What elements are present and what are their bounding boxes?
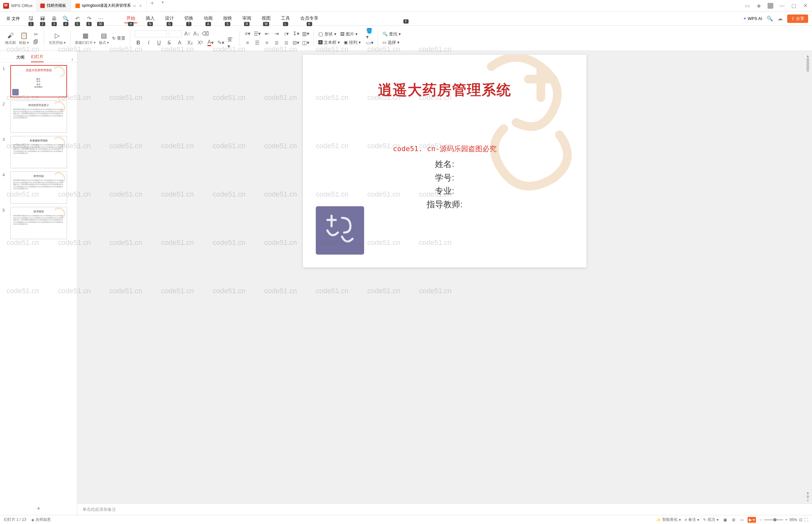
menu-tab-n[interactable]: 插入N xyxy=(144,14,156,23)
notes-bar[interactable]: 单击此处添加备注 xyxy=(77,503,812,515)
image-button[interactable]: 🖼图片 ▾ xyxy=(340,31,358,37)
align-dist-button[interactable]: ≣ xyxy=(283,39,290,46)
shadow-button[interactable]: A xyxy=(176,39,183,46)
line-spacing-button[interactable]: ↕▾ xyxy=(283,30,290,37)
slide-canvas[interactable]: 逍遥大药房管理系统 code51. cn-源码乐园盗图必究 姓名: 学号: 专业… xyxy=(303,55,586,267)
menu-tab-g[interactable]: 设计G xyxy=(163,14,176,23)
qat-undo-button[interactable]: ↶5 xyxy=(73,14,82,23)
slide-thumbnail[interactable]: 研究的背景及意义研究背景内容描述文本占位内容描述文本占位内容描述文本占位内容描述… xyxy=(10,100,67,133)
clear-format-button[interactable]: ⌫ xyxy=(202,30,209,37)
underline-button[interactable]: U xyxy=(155,39,162,46)
phonetic-button[interactable]: 変▾ xyxy=(228,39,235,46)
menu-tab-k[interactable]: 会员专享K xyxy=(298,14,320,23)
shape-button[interactable]: ◯形状 ▾ xyxy=(318,31,336,37)
strike-button[interactable]: S̶ xyxy=(166,39,173,46)
columns-button[interactable]: ▥▾ xyxy=(302,30,309,37)
slide-thumbnail[interactable]: 研究内容研究背景内容描述文本占位内容描述文本占位内容描述文本占位内容描述文本占位… xyxy=(10,171,67,204)
wps-ai-button[interactable]: ✦ WPS AI xyxy=(743,16,762,21)
close-icon[interactable]: × xyxy=(139,3,142,9)
decrease-font-button[interactable]: A↓ xyxy=(193,30,200,37)
zoom-slider[interactable] xyxy=(764,519,783,521)
normal-view-button[interactable]: ▣ xyxy=(723,517,728,523)
paste-button[interactable]: 📋 粘贴 ▾ xyxy=(19,31,29,45)
textbox-button[interactable]: 🅰文本框 ▾ xyxy=(318,39,340,46)
menu-tab-r[interactable]: 审阅R xyxy=(241,14,253,23)
tab-menu-icon[interactable]: ▭ xyxy=(133,3,136,8)
superscript-button[interactable]: X² xyxy=(197,39,204,46)
align-left-button[interactable]: ≡ xyxy=(244,39,251,46)
font-size-select[interactable] xyxy=(169,30,182,37)
bullet-list-button[interactable]: ≡▾ xyxy=(244,30,251,37)
layout-button[interactable]: ▤ 版式 ▾ xyxy=(99,31,109,45)
outline-button[interactable]: ▭▾ xyxy=(366,39,373,46)
search-icon[interactable]: 🔍 xyxy=(766,15,773,21)
notes-toggle[interactable]: ≡备注 ▾ xyxy=(685,517,699,522)
minimize-button[interactable]: — xyxy=(779,3,785,9)
indent-inc-button[interactable]: ⇥ xyxy=(273,30,280,37)
share-button[interactable]: ⇪ 分享 xyxy=(787,15,808,23)
qat-redo-button[interactable]: ↷6 xyxy=(84,14,94,23)
slideshow-button[interactable]: ▶ ▾ xyxy=(748,517,756,523)
zoom-level[interactable]: 95% xyxy=(790,518,797,522)
zoom-out-button[interactable]: − xyxy=(760,518,762,522)
outline-tab[interactable]: 大纲 xyxy=(16,54,24,62)
format-brush-button[interactable]: 🖌 格式刷 xyxy=(5,31,16,45)
number-list-button[interactable]: ☰▾ xyxy=(253,30,261,37)
find-button[interactable]: 🔍查找 ▾ xyxy=(382,31,401,37)
align-right-button[interactable]: ≡ xyxy=(263,39,270,46)
file-menu[interactable]: ☰ 文件 F xyxy=(4,15,22,23)
align-center-button[interactable]: ☰ xyxy=(253,39,261,46)
italic-button[interactable]: I xyxy=(145,39,152,46)
window-snap-icon[interactable]: ▭ xyxy=(744,3,750,9)
valign-button[interactable]: ⊟▾ xyxy=(292,39,299,46)
menu-tab-a[interactable]: 动画A xyxy=(202,14,215,23)
arrange-button[interactable]: ▣排列 ▾ xyxy=(344,39,361,46)
tab-document[interactable]: springboot逍遥大药房管理系 ▭ × xyxy=(71,0,147,11)
slide-thumbnail[interactable]: 技术路线研究背景内容描述文本占位内容描述文本占位内容描述文本占位内容描述文本占位… xyxy=(10,207,67,239)
tab-menu-button[interactable]: ▾ xyxy=(158,0,168,11)
text-direction-button[interactable]: ↧▾ xyxy=(292,30,299,37)
subscript-button[interactable]: X₂ xyxy=(186,39,193,46)
fit-button[interactable]: ⊡ xyxy=(799,518,802,522)
qat-save-button[interactable]: 🖫1 xyxy=(27,14,35,23)
from-current-button[interactable]: ▷ 当页开始 ▾ xyxy=(49,31,66,45)
slide-thumbnail[interactable]: 逍遥大药房管理系统姓名:学号:专业:指导教师: xyxy=(10,65,67,97)
slide-thumbnail[interactable]: 本课题研究现状研究背景内容描述文本占位内容描述文本占位内容描述文本占位内容描述文… xyxy=(10,136,67,168)
qat-preview-button[interactable]: 🔍4 xyxy=(61,14,70,23)
menu-tab-t[interactable]: 切换T xyxy=(182,14,195,23)
collapse-panel-button[interactable]: ‹ xyxy=(71,56,73,62)
fill-color-button[interactable]: 🪣▾ xyxy=(366,30,373,37)
user-avatar[interactable] xyxy=(767,3,773,9)
theme-indicator[interactable]: ◈ 吉祥如意 xyxy=(31,517,51,522)
cloud-icon[interactable]: ☁ xyxy=(778,15,783,21)
menu-tab-l[interactable]: 工具L xyxy=(279,14,292,23)
qat-print-button[interactable]: 🖶3 xyxy=(50,14,59,23)
menu-tab-s[interactable]: 放映S xyxy=(221,14,234,23)
beautify-button[interactable]: ✨智能美化 ▾ xyxy=(656,517,681,522)
slides-tab[interactable]: 幻灯片 xyxy=(31,54,44,62)
maximize-button[interactable]: ▢ xyxy=(791,3,797,9)
scroll-thumb[interactable] xyxy=(807,58,809,72)
qat-customize-button[interactable]: ⋯00 xyxy=(96,14,105,23)
tab-template[interactable]: 找稻壳模板 xyxy=(36,0,71,11)
fullscreen-button[interactable]: ⛶ xyxy=(804,518,808,522)
reading-view-button[interactable]: ▭ xyxy=(739,517,745,523)
font-color-button[interactable]: A▾ xyxy=(207,39,214,46)
menu-tab-h[interactable]: 开始H xyxy=(125,14,137,23)
font-family-select[interactable] xyxy=(135,30,167,37)
sorter-view-button[interactable]: ⊞ xyxy=(731,517,736,523)
comment-toggle[interactable]: ✎批注 ▾ xyxy=(703,517,718,522)
menu-tab-w[interactable]: 视图W xyxy=(260,14,272,23)
increase-font-button[interactable]: A↑ xyxy=(184,30,191,37)
bold-button[interactable]: B xyxy=(135,39,142,46)
zoom-in-button[interactable]: + xyxy=(785,518,788,522)
cut-button[interactable]: ✂ xyxy=(32,31,39,38)
vertical-scrollbar[interactable]: ▲ ▼⦿± xyxy=(806,54,810,502)
page-indicator[interactable]: 幻灯片 1 / 13 xyxy=(4,517,26,522)
new-slide-button[interactable]: ▦ 新建幻灯片 ▾ xyxy=(75,31,96,45)
highlight-button[interactable]: ✎▾ xyxy=(217,39,224,46)
indent-dec-button[interactable]: ⇤ xyxy=(263,30,270,37)
add-slide-button[interactable]: + xyxy=(0,503,77,515)
close-button[interactable]: ✕ xyxy=(802,3,808,9)
align-justify-button[interactable]: ≣ xyxy=(273,39,280,46)
